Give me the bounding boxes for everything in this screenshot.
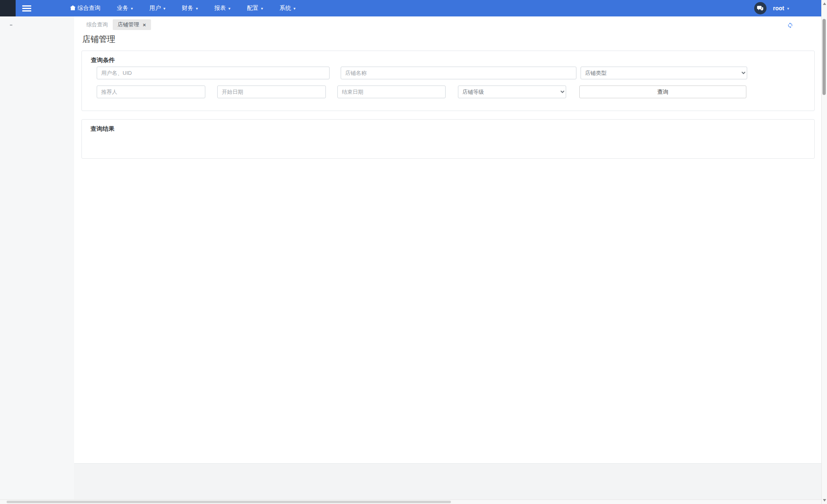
brand-logo[interactable] xyxy=(0,0,16,16)
chevron-down-icon: ▾ xyxy=(293,6,295,11)
main-area: 综合查询 店铺管理 × 店铺管理 查询条件 店铺类型 店铺等级 xyxy=(74,16,821,504)
user-menu[interactable]: root xyxy=(773,5,784,12)
top-navbar: 综合查询业务▾用户▾财务▾报表▾配置▾系统▾ root ▾ xyxy=(0,0,821,16)
shop-type-select[interactable]: 店铺类型 xyxy=(581,67,747,79)
tab-summary-query[interactable]: 综合查询 xyxy=(81,19,113,30)
chevron-down-icon: ▾ xyxy=(163,6,165,11)
chevron-down-icon: ▾ xyxy=(228,6,230,11)
navbar-menu-item[interactable]: 系统▾ xyxy=(271,0,304,16)
horizontal-scroll-thumb[interactable] xyxy=(7,501,451,503)
navbar-menu-item[interactable]: 综合查询 xyxy=(71,0,109,16)
results-card-title: 查询结果 xyxy=(91,125,807,133)
menu-icon[interactable] xyxy=(22,5,31,7)
tab-shop-management[interactable]: 店铺管理 × xyxy=(113,19,151,30)
navbar-menu-item[interactable]: 配置▾ xyxy=(239,0,271,16)
chevron-down-icon: ▾ xyxy=(131,6,133,11)
sidebar-top-marker xyxy=(10,25,12,25)
tab-bar: 综合查询 店铺管理 × xyxy=(81,20,815,30)
content-panel: 综合查询 店铺管理 × 店铺管理 查询条件 店铺类型 店铺等级 xyxy=(74,16,821,464)
results-card: 查询结果 xyxy=(81,119,815,159)
page-title: 店铺管理 xyxy=(82,34,815,45)
scroll-up-icon[interactable] xyxy=(823,2,826,5)
start-date-input[interactable] xyxy=(217,86,326,98)
shop-level-select[interactable]: 店铺等级 xyxy=(458,86,566,98)
vertical-scrollbar[interactable] xyxy=(821,0,827,504)
navbar-menu-label: 综合查询 xyxy=(77,5,100,12)
navbar-menu-item[interactable]: 报表▾ xyxy=(206,0,239,16)
close-icon[interactable]: × xyxy=(143,22,146,28)
vertical-scroll-thumb[interactable] xyxy=(822,19,826,95)
username-uid-input[interactable] xyxy=(97,67,330,79)
filter-card: 查询条件 店铺类型 店铺等级 查询 xyxy=(81,51,815,111)
shop-name-input[interactable] xyxy=(341,67,576,79)
chevron-down-icon: ▾ xyxy=(196,6,198,11)
navbar-menu-label: 报表 xyxy=(214,5,226,12)
query-button[interactable]: 查询 xyxy=(579,86,746,98)
referrer-input[interactable] xyxy=(97,86,205,98)
navbar-menu-item[interactable]: 财务▾ xyxy=(174,0,206,16)
home-icon xyxy=(71,7,75,10)
chevron-down-icon: ▾ xyxy=(261,6,263,11)
navbar-menu-label: 业务 xyxy=(117,5,128,12)
end-date-input[interactable] xyxy=(337,86,446,98)
navbar-menu-label: 财务 xyxy=(182,5,193,12)
chevron-down-icon[interactable]: ▾ xyxy=(787,6,789,11)
navbar-menu-label: 配置 xyxy=(247,5,258,12)
navbar-right: root ▾ xyxy=(754,2,789,14)
navbar-menu: 综合查询业务▾用户▾财务▾报表▾配置▾系统▾ xyxy=(71,0,304,16)
scroll-down-icon[interactable] xyxy=(823,499,826,502)
navbar-menu-label: 用户 xyxy=(149,5,161,12)
navbar-menu-item[interactable]: 用户▾ xyxy=(141,0,174,16)
navbar-menu-item[interactable]: 业务▾ xyxy=(109,0,141,16)
refresh-icon[interactable] xyxy=(787,22,793,28)
filter-card-title: 查询条件 xyxy=(91,56,115,64)
navbar-menu-label: 系统 xyxy=(279,5,291,12)
chat-button[interactable] xyxy=(754,2,767,14)
horizontal-scrollbar[interactable] xyxy=(0,499,821,504)
chat-icon xyxy=(757,6,763,11)
sidebar-nav xyxy=(0,16,74,504)
